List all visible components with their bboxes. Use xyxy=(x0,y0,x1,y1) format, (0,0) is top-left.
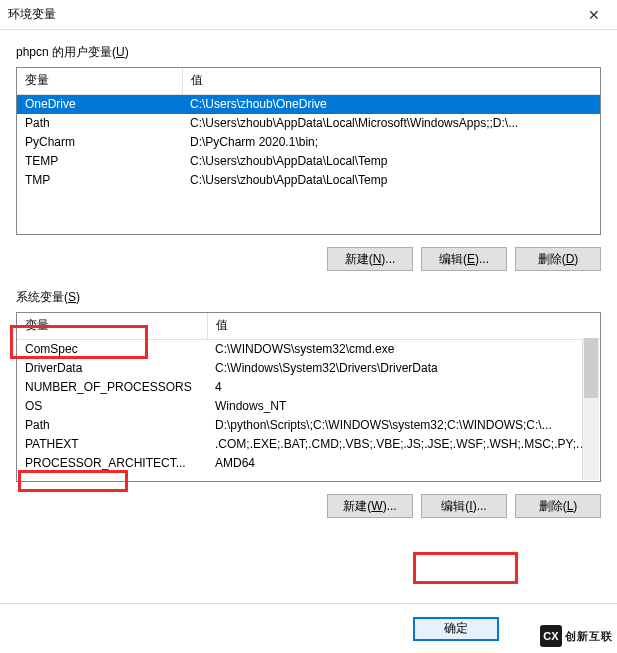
table-row[interactable]: PROCESSOR_ARCHITECT...AMD64 xyxy=(17,454,600,473)
sys-vars-buttons: 新建(W)... 编辑(I)... 删除(L) xyxy=(16,494,601,518)
cell-var: DriverData xyxy=(17,359,207,378)
col-header-var[interactable]: 变量 xyxy=(17,68,182,95)
user-delete-button[interactable]: 删除(D) xyxy=(515,247,601,271)
user-edit-button[interactable]: 编辑(E)... xyxy=(421,247,507,271)
cell-var: PATHEXT xyxy=(17,435,207,454)
watermark-text: 创新互联 xyxy=(565,629,613,644)
cell-var: TMP xyxy=(17,171,182,190)
table-row[interactable]: OneDriveC:\Users\zhoub\OneDrive xyxy=(17,95,600,115)
cell-val: C:\WINDOWS\system32\cmd.exe xyxy=(207,340,600,360)
table-row[interactable]: DriverDataC:\Windows\System32\Drivers\Dr… xyxy=(17,359,600,378)
cell-var: ComSpec xyxy=(17,340,207,360)
cell-val: D:\PyCharm 2020.1\bin; xyxy=(182,133,600,152)
cell-var: OneDrive xyxy=(17,95,182,115)
user-vars-table[interactable]: 变量 值 OneDriveC:\Users\zhoub\OneDrivePath… xyxy=(16,67,601,235)
table-row[interactable]: PathD:\python\Scripts\;C:\WINDOWS\system… xyxy=(17,416,600,435)
cell-val: C:\Users\zhoub\OneDrive xyxy=(182,95,600,115)
cell-val: C:\Users\zhoub\AppData\Local\Temp xyxy=(182,171,600,190)
user-vars-label: phpcn 的用户变量(U) xyxy=(16,44,601,61)
cell-val: Windows_NT xyxy=(207,397,600,416)
cell-var: OS xyxy=(17,397,207,416)
user-new-button[interactable]: 新建(N)... xyxy=(327,247,413,271)
watermark-logo: CX xyxy=(540,625,562,647)
table-row[interactable]: PathC:\Users\zhoub\AppData\Local\Microso… xyxy=(17,114,600,133)
col-header-var[interactable]: 变量 xyxy=(17,313,207,340)
cell-val: C:\Windows\System32\Drivers\DriverData xyxy=(207,359,600,378)
scrollbar-thumb[interactable] xyxy=(584,338,598,398)
table-row[interactable]: TEMPC:\Users\zhoub\AppData\Local\Temp xyxy=(17,152,600,171)
cell-var: Path xyxy=(17,114,182,133)
sys-edit-button[interactable]: 编辑(I)... xyxy=(421,494,507,518)
col-header-val[interactable]: 值 xyxy=(207,313,600,340)
close-icon[interactable]: ✕ xyxy=(579,5,609,25)
table-row[interactable]: PyCharmD:\PyCharm 2020.1\bin; xyxy=(17,133,600,152)
sys-vars-table[interactable]: 变量 值 ComSpecC:\WINDOWS\system32\cmd.exeD… xyxy=(16,312,601,482)
table-row[interactable]: NUMBER_OF_PROCESSORS4 xyxy=(17,378,600,397)
sys-delete-button[interactable]: 删除(L) xyxy=(515,494,601,518)
highlight-box xyxy=(413,552,518,584)
cell-val: D:\python\Scripts\;C:\WINDOWS\system32;C… xyxy=(207,416,600,435)
scrollbar[interactable] xyxy=(582,338,599,480)
sys-new-button[interactable]: 新建(W)... xyxy=(327,494,413,518)
cell-val: 4 xyxy=(207,378,600,397)
user-vars-buttons: 新建(N)... 编辑(E)... 删除(D) xyxy=(16,247,601,271)
ok-button[interactable]: 确定 xyxy=(413,617,499,641)
dialog-footer: 确定 取消 xyxy=(0,603,617,653)
table-row[interactable]: TMPC:\Users\zhoub\AppData\Local\Temp xyxy=(17,171,600,190)
table-row[interactable]: ComSpecC:\WINDOWS\system32\cmd.exe xyxy=(17,340,600,360)
titlebar: 环境变量 ✕ xyxy=(0,0,617,30)
cell-var: TEMP xyxy=(17,152,182,171)
cell-var: PROCESSOR_ARCHITECT... xyxy=(17,454,207,473)
cell-val: C:\Users\zhoub\AppData\Local\Temp xyxy=(182,152,600,171)
cell-var: Path xyxy=(17,416,207,435)
watermark: CX 创新互联 xyxy=(540,625,613,647)
table-row[interactable]: PATHEXT.COM;.EXE;.BAT;.CMD;.VBS;.VBE;.JS… xyxy=(17,435,600,454)
cell-var: PyCharm xyxy=(17,133,182,152)
col-header-val[interactable]: 值 xyxy=(182,68,600,95)
table-row[interactable]: OSWindows_NT xyxy=(17,397,600,416)
sys-vars-label: 系统变量(S) xyxy=(16,289,601,306)
cell-val: .COM;.EXE;.BAT;.CMD;.VBS;.VBE;.JS;.JSE;.… xyxy=(207,435,600,454)
cell-val: C:\Users\zhoub\AppData\Local\Microsoft\W… xyxy=(182,114,600,133)
cell-val: AMD64 xyxy=(207,454,600,473)
window-title: 环境变量 xyxy=(8,6,579,23)
cell-var: NUMBER_OF_PROCESSORS xyxy=(17,378,207,397)
